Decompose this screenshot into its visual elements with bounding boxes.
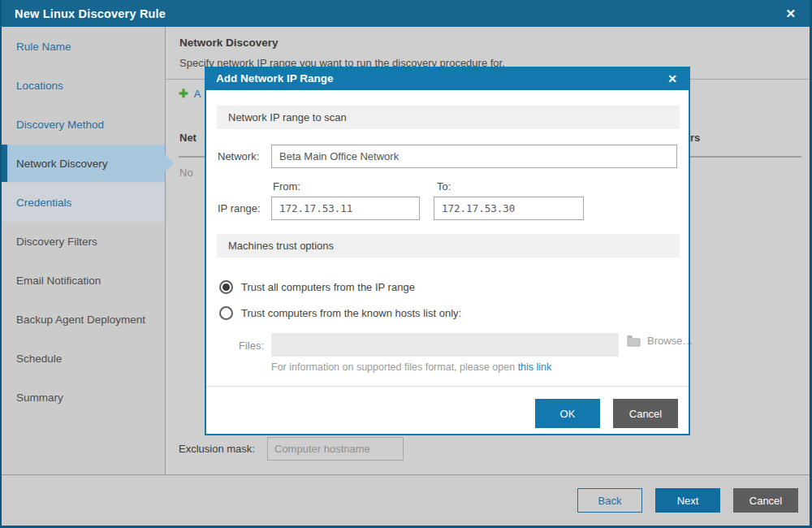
sidebar-item-locations[interactable]: Locations <box>2 66 165 105</box>
sidebar-item-schedule: Schedule <box>2 339 165 378</box>
wizard-steps-sidebar: Rule Name Locations Discovery Method Net… <box>2 27 166 474</box>
dialog-titlebar: Add Network IP Range ✕ <box>205 67 690 90</box>
radio-trust-known-hosts[interactable]: Trust computers from the known hosts lis… <box>219 306 461 320</box>
add-network-ip-range-dialog: Add Network IP Range ✕ Network IP range … <box>205 67 690 435</box>
cancel-button[interactable]: Cancel <box>733 488 798 513</box>
files-input <box>271 333 619 357</box>
folder-icon <box>627 335 641 347</box>
sidebar-item-discovery-method[interactable]: Discovery Method <box>2 105 165 144</box>
back-button[interactable]: Back <box>577 488 642 513</box>
plus-icon: ✚ <box>179 87 188 100</box>
table-column-network: Net <box>179 132 197 144</box>
files-format-hint: For information on supported files forma… <box>271 361 551 373</box>
add-network-label: A <box>194 88 201 100</box>
ip-range-label: IP range: <box>218 202 261 214</box>
window-title: New Linux Discovery Rule <box>15 7 166 20</box>
radio-trust-known-hosts-label: Trust computers from the known hosts lis… <box>241 307 461 319</box>
section-header-trust-options: Machines trust options <box>217 234 680 258</box>
sidebar-item-network-discovery[interactable]: Network Discovery <box>2 145 165 182</box>
dialog-close-icon[interactable]: ✕ <box>664 71 680 86</box>
page-title: Network Discovery <box>179 37 279 49</box>
network-input[interactable] <box>271 145 677 168</box>
network-label: Network: <box>218 150 259 162</box>
browse-button: Browse… <box>627 335 693 347</box>
sidebar-item-discovery-filters: Discovery Filters <box>2 222 165 261</box>
exclusion-mask-label: Exclusion mask: <box>179 443 255 455</box>
wizard-footer: Back Next Cancel <box>2 474 810 526</box>
radio-trust-all[interactable]: Trust all computers from the IP range <box>219 280 415 294</box>
dialog-title: Add Network IP Range <box>216 72 334 84</box>
hint-link[interactable]: this link <box>518 361 552 373</box>
sidebar-item-backup-agent-deployment: Backup Agent Deployment <box>2 300 165 339</box>
sidebar-item-summary: Summary <box>2 378 165 417</box>
hint-text: For information on supported files forma… <box>271 361 518 373</box>
ip-from-input[interactable] <box>271 197 420 220</box>
radio-unselected-icon <box>219 306 233 320</box>
exclusion-mask-input[interactable] <box>267 437 404 461</box>
window-titlebar: New Linux Discovery Rule ✕ <box>0 0 812 27</box>
ip-to-label: To: <box>437 180 451 193</box>
window-close-icon[interactable]: ✕ <box>780 5 801 23</box>
sidebar-item-credentials[interactable]: Credentials <box>2 183 165 222</box>
next-button[interactable]: Next <box>655 488 720 513</box>
radio-trust-all-label: Trust all computers from the IP range <box>241 281 415 293</box>
sidebar-item-email-notification: Email Notification <box>2 261 165 300</box>
files-label: Files: <box>239 340 264 352</box>
ip-from-label: From: <box>273 180 300 193</box>
section-header-ip-range: Network IP range to scan <box>217 106 680 129</box>
add-network-button[interactable]: ✚ A <box>179 87 201 100</box>
dialog-footer-divider <box>206 386 689 387</box>
wizard-window: New Linux Discovery Rule ✕ Rule Name Loc… <box>0 0 812 528</box>
table-column-right: rs <box>690 132 700 144</box>
dialog-cancel-button[interactable]: Cancel <box>613 399 678 428</box>
browse-label: Browse… <box>647 335 693 347</box>
ip-to-input[interactable] <box>434 197 584 220</box>
table-empty-text: No <box>179 167 193 179</box>
ok-button[interactable]: OK <box>535 399 600 428</box>
radio-selected-icon <box>219 280 233 294</box>
sidebar-item-rule-name[interactable]: Rule Name <box>2 27 165 66</box>
dialog-buttons: OK Cancel <box>535 399 678 428</box>
